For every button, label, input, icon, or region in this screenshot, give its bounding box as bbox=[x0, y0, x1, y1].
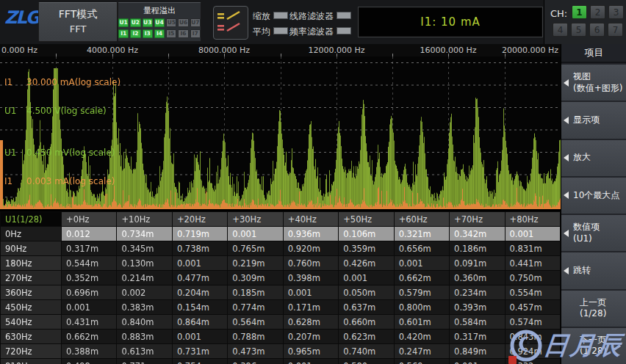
value-cell[interactable]: 0.788m bbox=[228, 330, 283, 344]
value-cell[interactable]: 0.696m bbox=[62, 285, 117, 300]
value-cell[interactable]: 0.660m bbox=[339, 315, 394, 330]
sidebar-item-view[interactable]: 视图(数值+图形) bbox=[561, 65, 626, 101]
value-cell[interactable]: 0.740m bbox=[339, 344, 394, 359]
sidebar-item-numeric[interactable]: 数值项(U1) bbox=[561, 215, 626, 251]
value-cell[interactable]: 0.130m bbox=[117, 256, 172, 271]
value-cell[interactable]: 0.760m bbox=[283, 256, 338, 271]
value-cell[interactable]: 0.001 bbox=[450, 359, 505, 364]
value-cell[interactable]: 0.883m bbox=[117, 330, 172, 344]
value-cell[interactable]: 0.544m bbox=[62, 256, 117, 271]
value-cell[interactable]: 0.564m bbox=[228, 315, 283, 330]
value-cell[interactable]: 0.154m bbox=[172, 300, 227, 315]
value-cell[interactable]: 0.091m bbox=[450, 256, 505, 271]
value-cell[interactable]: 0.012 bbox=[62, 227, 117, 241]
value-cell[interactable]: 0.309m bbox=[228, 271, 283, 285]
value-cell[interactable]: 0.719m bbox=[172, 227, 227, 241]
value-cell[interactable]: 0.431m bbox=[62, 315, 117, 330]
value-cell[interactable]: 0.662m bbox=[394, 271, 449, 285]
channel-button-1[interactable]: 1 bbox=[572, 5, 587, 19]
value-cell[interactable]: 0.554m bbox=[505, 285, 561, 300]
value-cell[interactable]: 0.628m bbox=[283, 315, 338, 330]
sidebar-item-zoom-in[interactable]: 放大 bbox=[561, 140, 626, 176]
waveform-button[interactable] bbox=[213, 6, 248, 40]
value-cell[interactable]: 0.864m bbox=[172, 315, 227, 330]
value-cell[interactable]: 0.426m bbox=[339, 256, 394, 271]
value-cell[interactable]: 0.623m bbox=[339, 330, 394, 344]
value-cell[interactable]: 0.219m bbox=[228, 256, 283, 271]
value-cell[interactable]: 0.001 bbox=[283, 359, 338, 364]
value-cell[interactable]: 0.106m bbox=[339, 227, 394, 241]
value-cell[interactable]: 0.420m bbox=[394, 330, 449, 344]
value-cell[interactable]: 0.601m bbox=[394, 315, 449, 330]
value-cell[interactable]: 0.214m bbox=[117, 271, 172, 285]
channel-button-6[interactable]: 6 bbox=[589, 23, 605, 37]
value-cell[interactable]: 0.831m bbox=[505, 241, 561, 256]
value-cell[interactable]: 0.738m bbox=[172, 241, 227, 256]
value-cell[interactable]: 0.849m bbox=[450, 344, 505, 359]
zoom-toggle[interactable] bbox=[273, 12, 288, 19]
channel-button-7[interactable]: 7 bbox=[608, 23, 623, 37]
channel-button-4[interactable]: 4 bbox=[553, 23, 568, 37]
value-cell[interactable]: 0.843m bbox=[505, 330, 561, 344]
value-cell[interactable]: 0.352m bbox=[62, 271, 117, 285]
value-cell[interactable]: 0.731m bbox=[172, 344, 227, 359]
value-cell[interactable]: 0.001 bbox=[62, 300, 117, 315]
value-cell[interactable]: 0.924m bbox=[505, 344, 561, 359]
sidebar-item-max-points[interactable]: 10个最大点 bbox=[561, 178, 626, 214]
value-cell[interactable]: 0.580m bbox=[339, 359, 394, 364]
value-cell[interactable]: 0.001 bbox=[394, 256, 449, 271]
value-cell[interactable]: 0.750m bbox=[505, 271, 561, 285]
value-cell[interactable]: 0.171m bbox=[283, 300, 338, 315]
value-cell[interactable]: 0.002 bbox=[117, 285, 172, 300]
channel-button-2[interactable]: 2 bbox=[590, 5, 605, 19]
value-cell[interactable]: 0.359m bbox=[339, 241, 394, 256]
value-cell[interactable]: 0.579m bbox=[394, 285, 449, 300]
sidebar-item-prev-page[interactable]: 上一页(1/28) bbox=[561, 291, 626, 327]
value-cell[interactable]: 0.342m bbox=[450, 227, 505, 241]
value-cell[interactable]: 0.656m bbox=[394, 241, 449, 256]
value-cell[interactable]: 0.473m bbox=[228, 344, 283, 359]
value-cell[interactable]: 0.441m bbox=[505, 256, 561, 271]
value-cell[interactable]: 0.234m bbox=[450, 285, 505, 300]
sidebar-item-display[interactable]: 显示项 bbox=[561, 102, 626, 138]
value-cell[interactable]: 0.360m bbox=[450, 271, 505, 285]
value-cell[interactable]: 0.398m bbox=[283, 271, 338, 285]
value-cell[interactable]: 0.584m bbox=[450, 315, 505, 330]
value-cell[interactable]: 0.393m bbox=[450, 300, 505, 315]
value-cell[interactable]: 0.388m bbox=[62, 344, 117, 359]
value-cell[interactable]: 0.840m bbox=[117, 315, 172, 330]
value-cell[interactable]: 0.001 bbox=[172, 330, 227, 344]
value-cell[interactable]: 0.332m bbox=[505, 359, 561, 364]
value-cell[interactable]: 0.662m bbox=[62, 330, 117, 344]
sidebar-item-next-page[interactable]: 下一页(1/28) bbox=[561, 328, 626, 364]
channel-button-5[interactable]: 5 bbox=[571, 23, 586, 37]
value-cell[interactable]: 0.001 bbox=[228, 227, 283, 241]
value-cell[interactable]: 0.613m bbox=[117, 344, 172, 359]
value-cell[interactable]: 0.396m bbox=[228, 359, 283, 364]
value-cell[interactable]: 0.457m bbox=[505, 300, 561, 315]
value-cell[interactable]: 0.050m bbox=[339, 285, 394, 300]
value-cell[interactable]: 0.637m bbox=[339, 300, 394, 315]
value-cell[interactable]: 0.185m bbox=[228, 285, 283, 300]
mode-panel[interactable]: FFT模式 FFT bbox=[38, 2, 118, 42]
value-cell[interactable]: 0.477m bbox=[172, 271, 227, 285]
value-cell[interactable]: 0.765m bbox=[228, 241, 283, 256]
value-cell[interactable]: 0.936m bbox=[283, 227, 338, 241]
value-cell[interactable]: 0.383m bbox=[117, 300, 172, 315]
value-cell[interactable]: 0.920m bbox=[283, 241, 338, 256]
value-cell[interactable]: 0.001 bbox=[172, 256, 227, 271]
value-cell[interactable]: 0.001 bbox=[339, 271, 394, 285]
value-cell[interactable]: 0.800m bbox=[394, 300, 449, 315]
line-filter-toggle[interactable] bbox=[337, 12, 351, 19]
value-cell[interactable]: 0.754m bbox=[172, 359, 227, 364]
sidebar-item-jump[interactable]: 跳转 bbox=[561, 252, 626, 288]
value-cell[interactable]: 0.317m bbox=[450, 330, 505, 344]
value-cell[interactable]: 0.247m bbox=[394, 344, 449, 359]
value-cell[interactable]: 0.321m bbox=[394, 227, 449, 241]
value-cell[interactable]: 0.317m bbox=[62, 241, 117, 256]
value-cell[interactable]: 0.498m bbox=[62, 359, 117, 364]
value-cell[interactable]: 0.001 bbox=[505, 227, 561, 241]
value-cell[interactable]: 0.965m bbox=[283, 344, 338, 359]
value-cell[interactable]: 0.207m bbox=[283, 330, 338, 344]
value-cell[interactable]: 0.569m bbox=[394, 359, 449, 364]
